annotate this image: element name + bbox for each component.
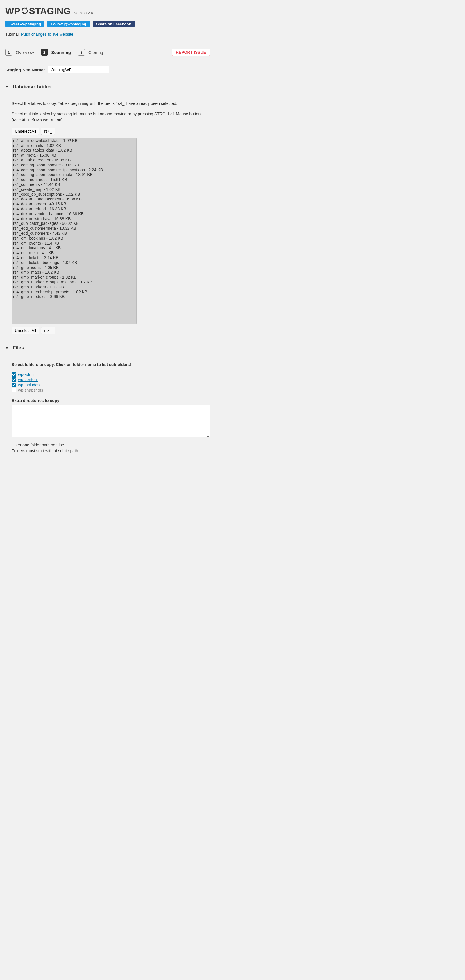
folder-link[interactable]: wp-content bbox=[18, 377, 38, 382]
follow-button[interactable]: Follow @wpstaging bbox=[47, 21, 90, 27]
table-option[interactable]: rs4_edd_customers - 4.43 KB bbox=[12, 231, 136, 236]
db-section-toggle[interactable]: ▼ Database Tables bbox=[5, 81, 210, 94]
unselect-all-bottom-button[interactable]: Unselect All bbox=[12, 327, 39, 334]
logo-pre: WP bbox=[5, 6, 20, 17]
table-option[interactable]: rs4_at_meta - 16.38 KB bbox=[12, 153, 136, 158]
folder-row: wp-content bbox=[12, 377, 210, 382]
folder-row: wp-includes bbox=[12, 383, 210, 387]
hint-line-2: Folders must start with absolute path: bbox=[12, 449, 80, 453]
divider bbox=[5, 41, 210, 41]
tables-select[interactable]: rs4_ahm_download_stats - 1.02 KBrs4_ahm_… bbox=[12, 138, 137, 324]
folder-row: wp-admin bbox=[12, 372, 210, 377]
step-1-label: Overview bbox=[16, 50, 34, 55]
table-option[interactable]: rs4_dokan_withdraw - 16.38 KB bbox=[12, 216, 136, 221]
table-option[interactable]: rs4_gmp_icons - 4.05 KB bbox=[12, 265, 136, 270]
step-3-box[interactable]: 3 bbox=[78, 49, 85, 56]
folder-checkbox[interactable] bbox=[12, 388, 16, 392]
folder-checkbox[interactable] bbox=[12, 377, 16, 382]
table-option[interactable]: rs4_gmp_modules - 3.66 KB bbox=[12, 294, 136, 299]
table-option[interactable]: rs4_dokan_refund - 16.38 KB bbox=[12, 207, 136, 212]
prefix-bottom-button[interactable]: rs4_ bbox=[41, 327, 55, 334]
folder-link[interactable]: wp-admin bbox=[18, 372, 36, 377]
logo-post: STAGING bbox=[29, 6, 71, 17]
table-option[interactable]: rs4_create_map - 1.02 KB bbox=[12, 187, 136, 192]
table-option[interactable]: rs4_edd_customermeta - 10.32 KB bbox=[12, 226, 136, 231]
chevron-down-icon: ▼ bbox=[5, 346, 9, 350]
db-section-title: Database Tables bbox=[13, 84, 51, 90]
files-section-toggle[interactable]: ▼ Files bbox=[5, 342, 210, 355]
files-section-title: Files bbox=[13, 345, 24, 351]
prefix-top-button[interactable]: rs4_ bbox=[41, 127, 55, 135]
step-3-label: Cloning bbox=[88, 50, 103, 55]
site-name-input[interactable] bbox=[48, 66, 109, 73]
table-option[interactable]: rs4_em_tickets - 3.14 KB bbox=[12, 255, 136, 260]
table-option[interactable]: rs4_appts_tables_data - 1.02 KB bbox=[12, 148, 136, 153]
table-option[interactable]: rs4_gmp_maps - 1.02 KB bbox=[12, 270, 136, 275]
files-desc: Select folders to copy. Click on folder … bbox=[12, 362, 210, 368]
table-option[interactable]: rs4_em_events - 11.4 KB bbox=[12, 241, 136, 246]
step-2-box[interactable]: 2 bbox=[41, 49, 48, 56]
step-1-box[interactable]: 1 bbox=[5, 49, 12, 56]
table-option[interactable]: rs4_duplicator_packages - 60.02 KB bbox=[12, 221, 136, 226]
table-option[interactable]: rs4_ahm_download_stats - 1.02 KB bbox=[12, 138, 136, 143]
tutorial-line: Tutorial: Push changes to live website bbox=[5, 32, 210, 37]
unselect-all-top-button[interactable]: Unselect All bbox=[12, 127, 39, 135]
folder-checkbox[interactable] bbox=[12, 372, 16, 377]
extra-dirs-label: Extra directories to copy bbox=[12, 398, 210, 403]
table-option[interactable]: rs4_gmp_markers - 1.02 KB bbox=[12, 285, 136, 290]
folder-link[interactable]: wp-includes bbox=[18, 383, 40, 387]
folder-row: wp-snapshots bbox=[12, 388, 210, 392]
tweet-button[interactable]: Tweet #wpstaging bbox=[5, 21, 45, 27]
tutorial-link[interactable]: Push changes to live website bbox=[21, 32, 73, 37]
hint-line-1: Enter one folder path per line. bbox=[12, 443, 65, 447]
table-option[interactable]: rs4_em_tickets_bookings - 1.02 KB bbox=[12, 260, 136, 265]
table-option[interactable]: rs4_commentmeta - 15.61 KB bbox=[12, 177, 136, 182]
table-option[interactable]: rs4_cscs_db_subscriptions - 1.02 KB bbox=[12, 192, 136, 197]
steps-row: 1 Overview 2 Scanning 3 Cloning REPORT I… bbox=[5, 49, 210, 56]
table-option[interactable]: rs4_em_meta - 4.1 KB bbox=[12, 250, 136, 255]
chevron-down-icon: ▼ bbox=[5, 85, 9, 89]
tutorial-label: Tutorial: bbox=[5, 32, 21, 37]
report-issue-button[interactable]: REPORT ISSUE bbox=[172, 49, 210, 56]
table-option[interactable]: rs4_dokan_vendor_balance - 16.38 KB bbox=[12, 212, 136, 216]
extra-hint: Enter one folder path per line. Folders … bbox=[12, 442, 210, 454]
db-desc-1: Select the tables to copy. Tables beginn… bbox=[12, 100, 210, 106]
table-option[interactable]: rs4_em_locations - 4.1 KB bbox=[12, 245, 136, 250]
table-option[interactable]: rs4_ahm_emails - 1.02 KB bbox=[12, 143, 136, 148]
version-text: Version 2.6.1 bbox=[74, 11, 96, 15]
table-option[interactable]: rs4_em_bookings - 1.02 KB bbox=[12, 236, 136, 241]
logo: WP STAGING bbox=[5, 6, 71, 17]
step-2-label: Scanning bbox=[51, 50, 71, 55]
folder-checkbox[interactable] bbox=[12, 383, 16, 387]
table-option[interactable]: rs4_coming_soon_booster - 3.09 KB bbox=[12, 163, 136, 168]
db-desc-2: Select multiple tables by pressing left … bbox=[12, 111, 210, 123]
refresh-icon bbox=[21, 6, 29, 17]
table-option[interactable]: rs4_gmp_marker_groups_relation - 1.02 KB bbox=[12, 280, 136, 285]
table-option[interactable]: rs4_dokan_orders - 49.15 KB bbox=[12, 202, 136, 207]
table-option[interactable]: rs4_coming_soon_booster_ip_locations - 2… bbox=[12, 168, 136, 173]
folder-link: wp-snapshots bbox=[18, 388, 43, 392]
extra-dirs-textarea[interactable] bbox=[12, 405, 210, 437]
table-option[interactable]: rs4_gmp_marker_groups - 1.02 KB bbox=[12, 275, 136, 280]
table-option[interactable]: rs4_dokan_announcement - 16.38 KB bbox=[12, 197, 136, 202]
site-name-label: Staging Site Name: bbox=[5, 67, 45, 72]
table-option[interactable]: rs4_gmp_membership_presets - 1.02 KB bbox=[12, 290, 136, 294]
table-option[interactable]: rs4_comments - 44.44 KB bbox=[12, 182, 136, 187]
facebook-button[interactable]: Share on Facebook bbox=[93, 21, 135, 27]
table-option[interactable]: rs4_at_table_creator - 16.38 KB bbox=[12, 158, 136, 163]
table-option[interactable]: rs4_coming_soon_booster_meta - 18.91 KB bbox=[12, 172, 136, 177]
